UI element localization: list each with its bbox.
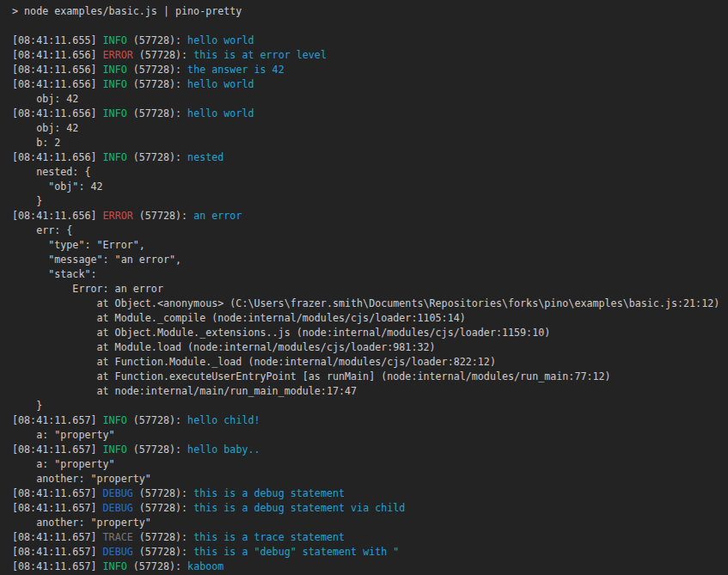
message: hello child! bbox=[187, 414, 260, 426]
command-line: > node examples/basic.js | pino-pretty bbox=[12, 4, 728, 19]
timestamp: [08:41:11.657] bbox=[12, 414, 103, 426]
log-property: a: "property" bbox=[12, 458, 115, 470]
log-level: DEBUG bbox=[103, 487, 133, 499]
log-level: DEBUG bbox=[103, 546, 133, 558]
log-line: "message": "an error", bbox=[12, 253, 728, 267]
log-line: [08:41:11.656] INFO (57728): hello world bbox=[12, 77, 728, 92]
pid: (57728): bbox=[127, 64, 187, 76]
message: hello baby.. bbox=[187, 443, 260, 456]
log-line: [08:41:11.657] INFO (57728): hello child… bbox=[12, 413, 728, 428]
timestamp: [08:41:11.656] bbox=[12, 151, 103, 163]
message: this is a trace statement bbox=[193, 531, 345, 543]
log-level: INFO bbox=[103, 151, 127, 163]
log-property: another: "property" bbox=[12, 473, 151, 485]
stack-line: at Function.executeUserEntryPoint [as ru… bbox=[12, 370, 611, 382]
log-line: [08:41:11.657] TRACE (57728): this is a … bbox=[12, 530, 728, 545]
pid: (57728): bbox=[133, 531, 193, 543]
log-line: [08:41:11.655] INFO (57728): hello world bbox=[12, 34, 728, 48]
terminal-output[interactable]: > node examples/basic.js | pino-pretty[0… bbox=[0, 0, 728, 575]
log-line: another: "property" bbox=[12, 472, 728, 486]
log-property: } bbox=[12, 400, 42, 412]
message: this is a "debug" statement with " bbox=[193, 546, 399, 558]
log-line: } bbox=[12, 399, 728, 413]
log-line: at Function.executeUserEntryPoint [as ru… bbox=[12, 370, 728, 384]
log-line: [08:41:11.656] ERROR (57728): this is at… bbox=[12, 48, 728, 63]
log-line: at node:internal/main/run_main_module:17… bbox=[12, 384, 728, 399]
log-level: INFO bbox=[103, 107, 127, 119]
log-line: [08:41:11.656] INFO (57728): hello world bbox=[12, 107, 728, 121]
timestamp: [08:41:11.657] bbox=[12, 502, 103, 514]
timestamp: [08:41:11.657] bbox=[12, 487, 103, 499]
message: the answer is 42 bbox=[187, 64, 284, 76]
message: an error bbox=[193, 210, 242, 222]
log-level: ERROR bbox=[103, 49, 133, 61]
pid: (57728): bbox=[127, 443, 187, 456]
log-line: a: "property" bbox=[12, 428, 728, 443]
pid: (57728): bbox=[133, 49, 193, 61]
pid: (57728): bbox=[133, 546, 193, 558]
pid: (57728): bbox=[133, 487, 193, 499]
log-line: at Function.Module._load (node:internal/… bbox=[12, 355, 728, 370]
stack-line: at Function.Module._load (node:internal/… bbox=[12, 356, 496, 368]
log-level: DEBUG bbox=[103, 502, 133, 514]
log-line: obj: 42 bbox=[12, 92, 728, 107]
timestamp: [08:41:11.657] bbox=[12, 443, 103, 456]
log-property: nested: { bbox=[12, 166, 90, 178]
log-line: "type": "Error", bbox=[12, 238, 728, 253]
log-line: Error: an error bbox=[12, 282, 728, 297]
message: hello world bbox=[187, 78, 254, 90]
log-property: err: { bbox=[12, 224, 72, 236]
log-line: obj: 42 bbox=[12, 121, 728, 136]
stack-line: at Object.Module._extensions..js (node:i… bbox=[12, 327, 550, 339]
timestamp: [08:41:11.657] bbox=[12, 531, 103, 543]
pid: (57728): bbox=[133, 502, 193, 514]
log-line: [08:41:11.657] DEBUG (57728): this is a … bbox=[12, 501, 728, 516]
log-property: obj: 42 bbox=[12, 93, 78, 105]
log-property: a: "property" bbox=[12, 429, 115, 441]
timestamp: [08:41:11.656] bbox=[12, 107, 103, 119]
log-level: ERROR bbox=[103, 210, 133, 222]
message: kaboom bbox=[187, 560, 223, 572]
timestamp: [08:41:11.655] bbox=[12, 34, 103, 46]
log-property: "message": "an error", bbox=[12, 254, 181, 266]
log-level: INFO bbox=[103, 64, 127, 76]
log-line: [08:41:11.657] DEBUG (57728): this is a … bbox=[12, 545, 728, 560]
log-level: INFO bbox=[103, 78, 127, 90]
timestamp: [08:41:11.656] bbox=[12, 49, 103, 61]
log-line: [08:41:11.656] ERROR (57728): an error bbox=[12, 209, 728, 223]
timestamp: [08:41:11.656] bbox=[12, 210, 103, 222]
timestamp: [08:41:11.656] bbox=[12, 64, 103, 76]
log-line: at Object.Module._extensions..js (node:i… bbox=[12, 326, 728, 340]
log-line: [08:41:11.656] INFO (57728): nested bbox=[12, 150, 728, 165]
log-level: INFO bbox=[103, 443, 127, 456]
message: hello world bbox=[187, 34, 254, 46]
log-property: obj: 42 bbox=[12, 122, 78, 134]
stack-line: Error: an error bbox=[12, 283, 163, 295]
log-line: at Module.load (node:internal/modules/cj… bbox=[12, 340, 728, 355]
log-property: b: 2 bbox=[12, 137, 60, 149]
log-level: INFO bbox=[103, 560, 127, 572]
message: nested bbox=[187, 151, 223, 163]
log-line: a: "property" bbox=[12, 457, 728, 472]
command-text: > node examples/basic.js | pino-pretty bbox=[12, 5, 242, 17]
pid: (57728): bbox=[133, 210, 193, 222]
log-property: "obj": 42 bbox=[12, 180, 103, 193]
log-line: "stack": bbox=[12, 267, 728, 282]
pid: (57728): bbox=[127, 151, 187, 163]
log-line: [08:41:11.657] INFO (57728): kaboom bbox=[12, 560, 728, 574]
log-line: err: { bbox=[12, 223, 728, 238]
stack-line: at Object.<anonymous> (C:\Users\frazer.s… bbox=[12, 297, 719, 309]
blank-line bbox=[12, 19, 728, 34]
log-level: INFO bbox=[103, 34, 127, 46]
pid: (57728): bbox=[127, 107, 187, 119]
timestamp: [08:41:11.657] bbox=[12, 546, 103, 558]
message: this is at error level bbox=[193, 49, 327, 61]
timestamp: [08:41:11.656] bbox=[12, 78, 103, 90]
log-property: another: "property" bbox=[12, 517, 151, 529]
log-line: [08:41:11.656] INFO (57728): the answer … bbox=[12, 63, 728, 77]
log-line: at Module._compile (node:internal/module… bbox=[12, 311, 728, 326]
message: this is a debug statement via child bbox=[193, 502, 405, 514]
stack-line: at Module._compile (node:internal/module… bbox=[12, 312, 466, 324]
message: this is a debug statement bbox=[193, 487, 345, 499]
log-level: TRACE bbox=[103, 531, 133, 543]
